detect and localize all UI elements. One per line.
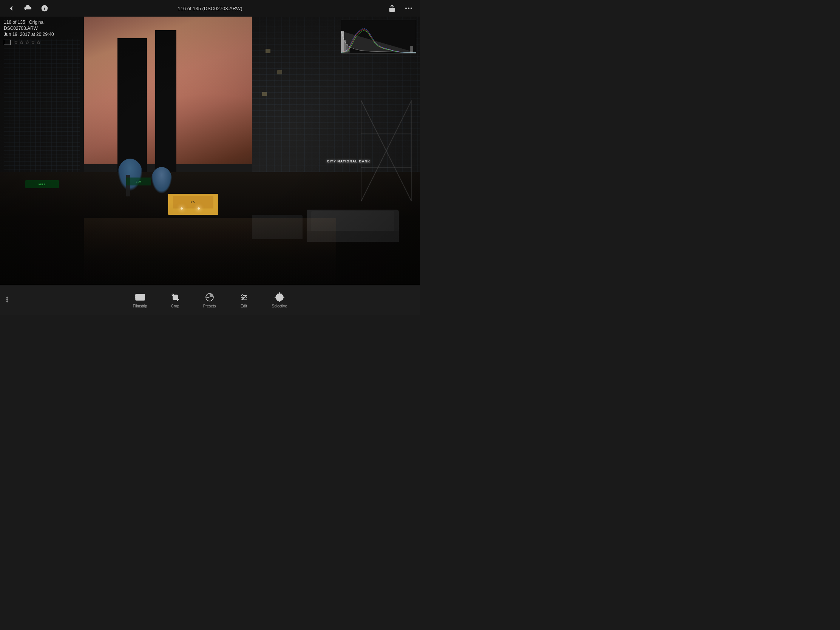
presets-tool[interactable]: Presets <box>203 292 216 308</box>
flag-button[interactable] <box>4 39 11 45</box>
hamburger-icon <box>6 297 14 303</box>
svg-point-29 <box>242 295 243 296</box>
star-5[interactable]: ☆ <box>36 39 41 45</box>
svg-rect-22 <box>136 297 136 298</box>
star-3[interactable]: ☆ <box>25 39 30 45</box>
svg-point-18 <box>7 301 8 302</box>
wet-street-reflection <box>84 218 336 285</box>
svg-point-34 <box>279 297 280 298</box>
svg-rect-23 <box>144 295 145 296</box>
svg-point-17 <box>7 299 8 300</box>
bank-sign-text: City National Bank <box>327 159 370 163</box>
top-bar: 116 of 135 (DSC02703.ARW) <box>0 0 420 17</box>
selective-icon <box>274 292 285 303</box>
svg-point-31 <box>243 298 244 300</box>
photo-area: NY+ City National Bank <box>0 17 420 285</box>
share-button[interactable] <box>387 3 397 14</box>
info-button[interactable] <box>39 3 50 14</box>
top-bar-right <box>387 3 414 14</box>
filmstrip-icon <box>135 292 145 303</box>
photo-info-panel: 116 of 135 | Original DSC02703.ARW Jun 1… <box>4 20 54 45</box>
photo-container: NY+ City National Bank <box>0 17 420 285</box>
svg-point-30 <box>245 297 246 298</box>
star-2[interactable]: ☆ <box>19 39 24 45</box>
lit-window <box>265 49 270 53</box>
more-options-button[interactable] <box>403 3 414 14</box>
crop-tool[interactable]: Crop <box>170 292 180 308</box>
star-rating[interactable]: ☆ ☆ ☆ ☆ ☆ <box>14 39 41 45</box>
photo-filename: DSC02703.ARW <box>4 26 54 31</box>
toolbar-menu[interactable] <box>6 297 17 304</box>
svg-rect-15 <box>410 46 413 52</box>
dot-1 <box>405 8 407 9</box>
svg-rect-21 <box>136 295 136 296</box>
top-bar-left <box>6 3 50 14</box>
umbrella-person <box>117 159 143 191</box>
star-1[interactable]: ☆ <box>14 39 19 45</box>
bank-sign-area: City National Bank <box>290 151 407 172</box>
selective-tool[interactable]: Selective <box>272 292 287 308</box>
dot-2 <box>408 8 409 9</box>
lit-window <box>262 92 267 96</box>
toolbar-tools: Filmstrip Crop Presets <box>133 292 287 308</box>
edit-icon <box>239 292 249 303</box>
back-button[interactable] <box>6 3 17 14</box>
bottom-toolbar: Filmstrip Crop Presets <box>0 285 420 315</box>
photo-counter: 116 of 135 | Original <box>4 20 54 25</box>
svg-rect-24 <box>144 297 145 298</box>
svg-rect-20 <box>137 295 144 299</box>
neon-sign-left: HERE <box>25 180 59 188</box>
photo-counter-title: 116 of 135 (DSC02703.ARW) <box>177 6 242 11</box>
star-4[interactable]: ☆ <box>31 39 35 45</box>
dot-3 <box>411 8 412 9</box>
histogram-panel <box>341 20 416 54</box>
edit-label: Edit <box>241 304 247 308</box>
crop-label: Crop <box>171 304 179 308</box>
svg-point-16 <box>7 297 8 298</box>
photo-controls: ☆ ☆ ☆ ☆ ☆ <box>4 39 54 45</box>
histogram-chart <box>341 20 416 53</box>
filmstrip-label: Filmstrip <box>133 304 147 308</box>
filmstrip-tool[interactable]: Filmstrip <box>133 292 147 308</box>
ny-truck: NY+ <box>168 194 218 215</box>
crop-icon <box>170 292 180 303</box>
photo-date: Jun 19, 2017 at 20:29:40 <box>4 32 54 37</box>
presets-icon <box>204 292 215 303</box>
umbrella-2 <box>151 167 172 194</box>
ger-sign: GER <box>126 177 152 185</box>
edit-tool[interactable]: Edit <box>239 292 249 308</box>
presets-label: Presets <box>203 304 216 308</box>
selective-label: Selective <box>272 304 287 308</box>
cloud-icon[interactable] <box>23 3 33 14</box>
headlight-right <box>197 207 200 210</box>
lit-window <box>277 70 282 74</box>
